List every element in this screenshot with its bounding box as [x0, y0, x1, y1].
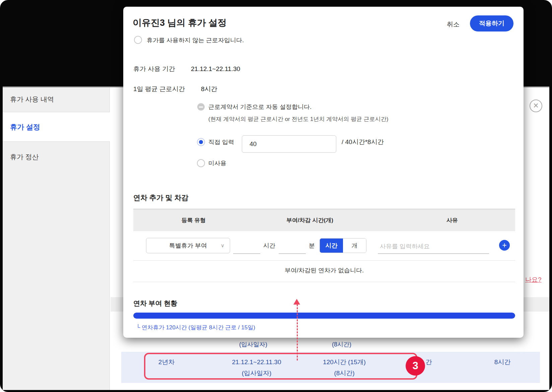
annual-leave-progress-bar [133, 313, 515, 319]
direct-input-suffix: / 40시간*8시간 [342, 138, 384, 146]
close-icon[interactable]: × [530, 100, 542, 112]
vacation-settings-modal: 이유진3 님의 휴가 설정 취소 적용하기 휴가를 사용하지 않는 근로자입니다… [123, 7, 524, 338]
hours-input[interactable] [233, 239, 260, 254]
add-entry-button[interactable]: + [499, 240, 510, 251]
prev-row-hours-text: (8시간) [315, 339, 368, 349]
auto-setting-note: (현재 계약서의 평균 근로시간 or 전년도 1년치 계약서의 평균 근로시간… [208, 115, 388, 124]
annual-leave-progress-fill [133, 313, 515, 319]
unused-radio[interactable] [197, 159, 205, 167]
empty-adjust-message: 부여/차감된 연차가 없습니다. [133, 265, 515, 275]
modal-title: 이유진3 님의 휴가 설정 [133, 17, 227, 29]
hours-suffix-label: 시간 [263, 240, 275, 252]
avg-work-hours-value: 8시간 [201, 84, 217, 94]
unit-toggle: 시간 개 [320, 238, 366, 253]
header-grant-deduct-time: 부여/차감 시간(개) [260, 209, 360, 231]
header-reason: 사유 [425, 209, 479, 231]
annotation-arrow-head-icon [293, 299, 300, 305]
chevron-down-icon: ∨ [221, 238, 224, 253]
annotation-arrow-line [297, 304, 298, 361]
divider [133, 260, 515, 261]
unit-toggle-count[interactable]: 개 [343, 239, 366, 253]
adjust-table-header: 등록 유형 부여/차감 시간(개) 사유 [133, 209, 515, 231]
reason-input[interactable] [378, 239, 489, 254]
sidebar: 휴가 사용 내역 휴가 설정 휴가 정산 [3, 87, 110, 390]
sidebar-item-vacation-settlement[interactable]: 휴가 정산 [3, 142, 110, 172]
sidebar-item-vacation-history[interactable]: 휴가 사용 내역 [3, 87, 110, 112]
prev-row-hiredate-text: (입사일자) [226, 339, 280, 349]
period-value: 21.12.1~22.11.30 [191, 64, 240, 74]
auto-setting-radio-disabled [197, 103, 205, 111]
direct-hours-input[interactable] [242, 135, 336, 153]
period-label: 휴가 사용 기간 [133, 64, 175, 74]
annotation-step-badge: 3 [406, 356, 425, 376]
apply-button[interactable]: 적용하기 [470, 15, 513, 31]
auto-setting-label: 근로계약서 기준으로 자동 설정합니다. [208, 103, 312, 111]
adjust-section-title: 연차 추가 및 차감 [133, 193, 189, 202]
sidebar-item-vacation-settings[interactable]: 휴가 설정 [3, 112, 110, 142]
screenshot-frame: 휴가 사용 내역 휴가 설정 휴가 정산 × 나요? (입사일자) (8시간) … [0, 0, 552, 392]
grant-section-title: 연차 부여 현황 [133, 299, 177, 308]
avg-work-hours-label: 1일 평균 근로시간 [133, 84, 185, 94]
annotation-highlight-rect [144, 353, 417, 380]
row-cell-daily-hours: 8시간 [476, 357, 529, 367]
header-register-type: 등록 유형 [167, 209, 220, 231]
divider [133, 282, 515, 282]
unused-label: 미사용 [208, 159, 226, 168]
no-vacation-radio[interactable] [134, 36, 142, 44]
direct-input-label: 직접 입력 [208, 138, 234, 146]
leave-type-value: 특별휴가 부여 [169, 242, 207, 249]
leave-type-dropdown[interactable]: 특별휴가 부여 ∨ [146, 238, 230, 253]
minutes-input[interactable] [279, 239, 306, 254]
cancel-button[interactable]: 취소 [441, 20, 465, 29]
unit-toggle-hours[interactable]: 시간 [320, 239, 343, 253]
annual-leave-caption: └ 연차휴가 120시간 (일평균 8시간 근로 / 15일) [136, 323, 255, 332]
no-vacation-label: 휴가를 사용하지 않는 근로자입니다. [147, 36, 244, 44]
direct-input-radio[interactable] [197, 138, 205, 146]
minutes-suffix-label: 분 [309, 240, 315, 252]
help-link-fragment[interactable]: 나요? [525, 275, 542, 284]
